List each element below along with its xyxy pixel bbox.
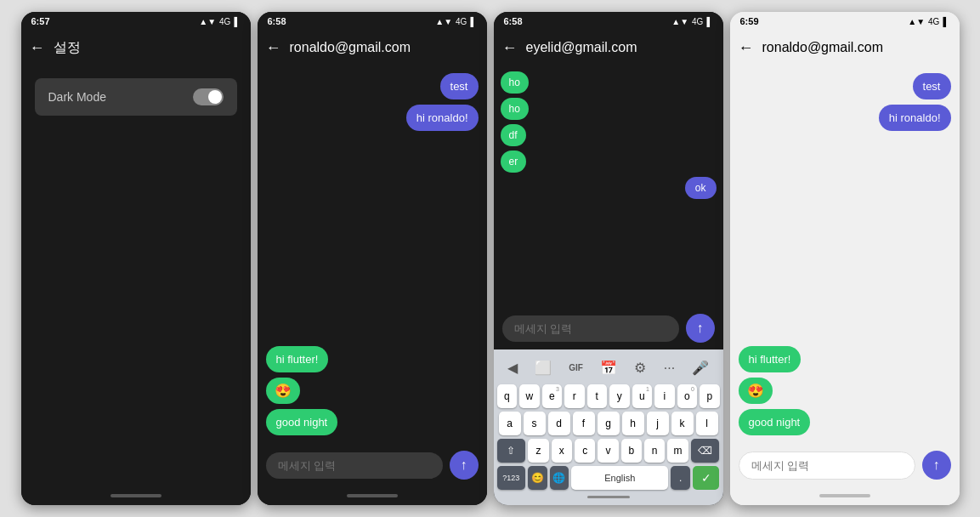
status-bar-1: 6:57 ▲▼ 4G ▌	[21, 12, 251, 31]
status-bar-4: 6:59 ▲▼ 4G ▌	[730, 12, 960, 31]
signal-icon-2: 4G	[456, 17, 467, 26]
msg-received-hi-flutter-4: hi flutter!	[739, 346, 802, 372]
kb-i[interactable]: i	[654, 384, 675, 408]
app-bar-chat4: ← ronaldo@gmail.com	[730, 31, 960, 65]
kb-r[interactable]: r	[564, 384, 585, 408]
dark-mode-row: Dark Mode	[35, 78, 237, 116]
msg-sent-test-4: test	[913, 73, 951, 99]
app-bar-chat3: ← eyelid@gmail.com	[494, 31, 723, 65]
kb-x[interactable]: x	[552, 439, 572, 463]
kb-handle	[587, 496, 630, 498]
message-input-2[interactable]	[266, 452, 443, 479]
kb-u[interactable]: u1	[632, 384, 653, 408]
msg-er: er	[501, 151, 527, 173]
status-bar-3: 6:58 ▲▼ 4G ▌	[494, 12, 723, 31]
kb-m[interactable]: m	[667, 439, 688, 463]
time-2: 6:58	[268, 16, 286, 26]
keyboard-toolbar: ◀ ⬜ GIF 📅 ⚙ ··· 🎤	[497, 355, 720, 381]
screens-container: 6:57 ▲▼ 4G ▌ ← 설정 Dark Mode 6:58	[0, 0, 980, 517]
kb-sticker-icon[interactable]: ⬜	[531, 358, 555, 378]
home-indicator-2	[347, 494, 398, 497]
kb-h[interactable]: h	[622, 412, 644, 435]
msg-ho-1: ho	[501, 71, 529, 94]
kb-j[interactable]: j	[647, 412, 669, 435]
kb-period[interactable]: .	[671, 466, 690, 490]
kb-q[interactable]: q	[497, 384, 518, 408]
kb-space[interactable]: English	[571, 466, 668, 490]
kb-bottom	[497, 493, 720, 500]
msg-df: df	[501, 124, 526, 146]
kb-backspace[interactable]: ⌫	[691, 439, 720, 463]
input-area-3: ↑	[494, 307, 723, 349]
send-arrow-icon-3: ↑	[697, 321, 704, 336]
chat2-title: ronaldo@gmail.com	[290, 40, 411, 55]
kb-f[interactable]: f	[573, 412, 595, 435]
kb-v[interactable]: v	[598, 439, 618, 463]
settings-content: Dark Mode	[21, 65, 251, 486]
send-button-4[interactable]: ↑	[922, 451, 951, 480]
chat-dark-ronaldo-screen: 6:58 ▲▼ 4G ▌ ← ronaldo@gmail.com test hi…	[258, 12, 487, 505]
kb-k[interactable]: k	[671, 412, 694, 435]
kb-t[interactable]: t	[587, 384, 608, 408]
kb-shift[interactable]: ⇧	[497, 439, 526, 463]
kb-123[interactable]: ?123	[497, 466, 525, 490]
kb-y[interactable]: y	[609, 384, 630, 408]
battery-icon-1: ▌	[234, 17, 240, 26]
signal-icon-1: 4G	[219, 17, 230, 26]
kb-p[interactable]: p	[700, 384, 720, 408]
bottom-bar-1	[21, 486, 251, 505]
kb-w[interactable]: w	[519, 384, 540, 408]
back-button-chat4[interactable]: ←	[739, 39, 754, 57]
kb-globe[interactable]: 🌐	[550, 466, 569, 490]
status-icons-3: ▲▼ 4G ▌	[671, 17, 712, 26]
kb-back-icon[interactable]: ◀	[504, 358, 521, 378]
msg-received-good-night: good night	[266, 409, 338, 435]
msg-ho-2: ho	[501, 98, 529, 120]
chat-dark-eyelid-screen: 6:58 ▲▼ 4G ▌ ← eyelid@gmail.com ho ho df…	[494, 12, 723, 505]
network-icon-3: ▲▼	[671, 17, 688, 26]
message-input-4[interactable]	[739, 452, 915, 480]
app-bar-chat2: ← ronaldo@gmail.com	[258, 31, 487, 65]
kb-c[interactable]: c	[575, 439, 595, 463]
kb-g[interactable]: g	[598, 412, 620, 435]
chat-messages-2: test hi ronaldo! hi flutter! 😍 good nigh…	[258, 65, 487, 444]
bottom-bar-2	[258, 486, 487, 505]
kb-calendar-icon[interactable]: 📅	[597, 358, 620, 378]
dark-mode-toggle[interactable]	[193, 88, 224, 105]
send-button-2[interactable]: ↑	[450, 451, 479, 480]
home-indicator-1	[110, 494, 161, 497]
kb-gif-icon[interactable]: GIF	[565, 361, 586, 374]
send-button-3[interactable]: ↑	[686, 314, 715, 343]
kb-l[interactable]: l	[696, 412, 718, 435]
time-1: 6:57	[31, 16, 50, 26]
kb-a[interactable]: a	[499, 412, 521, 435]
kb-s[interactable]: s	[524, 412, 546, 435]
message-input-3[interactable]	[502, 315, 679, 342]
kb-b[interactable]: b	[621, 439, 642, 463]
kb-n[interactable]: n	[644, 439, 665, 463]
kb-mic-icon[interactable]: 🎤	[688, 358, 712, 378]
network-icon-4: ▲▼	[908, 17, 925, 26]
kb-settings-icon[interactable]: ⚙	[631, 358, 649, 378]
back-button-settings[interactable]: ←	[30, 39, 45, 57]
kb-z[interactable]: z	[528, 439, 548, 463]
home-indicator-4	[819, 494, 870, 497]
kb-d[interactable]: d	[548, 412, 570, 435]
send-arrow-icon-2: ↑	[461, 457, 467, 473]
msg-emoji-1: 😍	[266, 378, 300, 404]
kb-row-4: ?123 😊 🌐 English . ✓	[497, 466, 720, 490]
bottom-bar-4	[730, 486, 960, 505]
kb-more-icon[interactable]: ···	[660, 359, 678, 378]
back-button-chat3[interactable]: ←	[502, 39, 518, 57]
input-area-2: ↑	[258, 444, 487, 486]
battery-icon-4: ▌	[943, 17, 949, 26]
msg-sent-hi-ronaldo: hi ronaldo!	[406, 105, 479, 131]
back-button-chat2[interactable]: ←	[266, 39, 281, 57]
kb-return[interactable]: ✓	[693, 466, 720, 490]
kb-e[interactable]: e3	[542, 384, 563, 408]
status-bar-2: 6:58 ▲▼ 4G ▌	[258, 12, 487, 31]
app-bar-settings: ← 설정	[21, 31, 251, 65]
kb-o[interactable]: o0	[677, 384, 698, 408]
msg-received-hi-flutter: hi flutter!	[266, 346, 329, 372]
kb-emoji[interactable]: 😊	[528, 466, 547, 490]
